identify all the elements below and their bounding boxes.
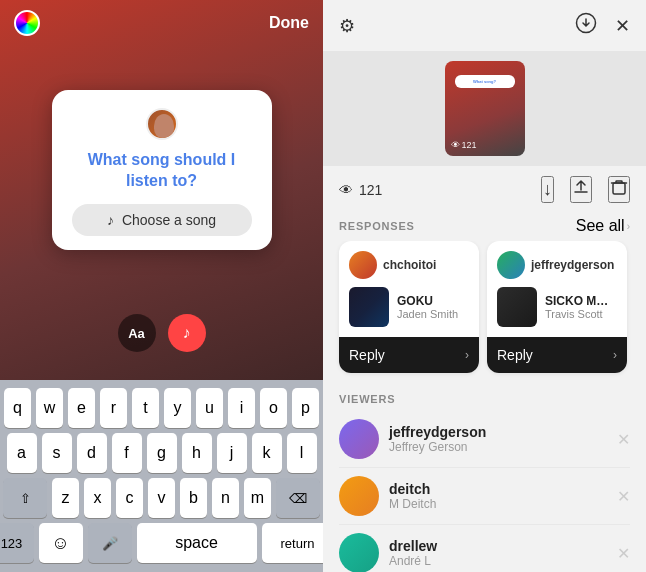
download-button[interactable]: ↓	[541, 176, 554, 203]
close-button[interactable]: ✕	[615, 15, 630, 37]
viewers-section: VIEWERS jeffreydgerson Jeffrey Gerson ✕ …	[323, 385, 646, 572]
reply-chevron-1: ›	[465, 348, 469, 362]
key-n[interactable]: n	[212, 478, 239, 518]
song-thumbnail-1	[349, 287, 389, 327]
music-button[interactable]: ♪	[168, 314, 206, 352]
svg-rect-1	[613, 183, 625, 194]
viewers-title: VIEWERS	[339, 393, 395, 405]
viewers-header: VIEWERS	[323, 385, 646, 411]
viewer-close-3[interactable]: ✕	[617, 544, 630, 563]
key-t[interactable]: t	[132, 388, 159, 428]
song-artist-2: Travis Scott	[545, 308, 617, 320]
key-d[interactable]: d	[77, 433, 107, 473]
avatar	[146, 108, 178, 140]
reply-chevron-2: ›	[613, 348, 617, 362]
left-panel: Done What song should I listen to? ♪ Cho…	[0, 0, 323, 572]
story-header: Done	[0, 10, 323, 36]
key-x[interactable]: x	[84, 478, 111, 518]
key-v[interactable]: v	[148, 478, 175, 518]
numbers-label: 123	[1, 536, 23, 551]
share-button[interactable]	[570, 176, 592, 203]
reply-button-2[interactable]: Reply ›	[487, 337, 627, 373]
key-l[interactable]: l	[287, 433, 317, 473]
thumbnail-card: What song?	[455, 75, 515, 88]
song-title-2: SICKO MODE	[545, 294, 617, 308]
views-count: 👁 121	[339, 182, 382, 198]
eye-icon: 👁	[339, 182, 353, 198]
key-j[interactable]: j	[217, 433, 247, 473]
responses-list: chchoitoi GOKU Jaden Smith Reply ›	[323, 241, 646, 385]
key-shift[interactable]: ⇧	[3, 478, 47, 518]
response-card-1: chchoitoi GOKU Jaden Smith Reply ›	[339, 241, 479, 373]
key-u[interactable]: u	[196, 388, 223, 428]
text-label: Aa	[128, 326, 145, 341]
right-panel: ⚙ ✕ What song? 👁 121	[323, 0, 646, 572]
keyboard-row-3: ⇧ z x c v b n m ⌫	[4, 478, 319, 518]
action-icons: ↓	[541, 176, 630, 203]
keyboard: q w e r t y u i o p a s d f g h j k l ⇧ …	[0, 380, 323, 572]
settings-button[interactable]: ⚙	[339, 15, 355, 37]
response-user-1: chchoitoi	[349, 251, 469, 279]
text-style-button[interactable]: Aa	[118, 314, 156, 352]
song-info-1: GOKU Jaden Smith	[397, 294, 469, 320]
header-action-icons: ✕	[575, 12, 630, 39]
done-button[interactable]: Done	[269, 14, 309, 32]
viewer-avatar-1	[339, 419, 379, 459]
see-all-label: See all	[576, 217, 625, 235]
key-w[interactable]: w	[36, 388, 63, 428]
keyboard-row-1: q w e r t y u i o p	[4, 388, 319, 428]
key-r[interactable]: r	[100, 388, 127, 428]
question-text: What song should I listen to?	[72, 150, 252, 192]
key-space[interactable]: space	[137, 523, 257, 563]
story-question-card: What song should I listen to? ♪ Choose a…	[52, 90, 272, 250]
key-e[interactable]: e	[68, 388, 95, 428]
song-artist-1: Jaden Smith	[397, 308, 469, 320]
song-info-2: SICKO MODE Travis Scott	[545, 294, 617, 320]
color-wheel-icon[interactable]	[14, 10, 40, 36]
space-label: space	[175, 534, 218, 552]
trash-button[interactable]	[608, 176, 630, 203]
download-circle-button[interactable]	[575, 12, 597, 39]
viewer-close-2[interactable]: ✕	[617, 487, 630, 506]
key-a[interactable]: a	[7, 433, 37, 473]
responses-title: RESPONSES	[339, 220, 415, 232]
key-mic[interactable]: 🎤	[88, 523, 132, 563]
response-song-2: SICKO MODE Travis Scott	[497, 287, 617, 327]
key-delete[interactable]: ⌫	[276, 478, 320, 518]
key-h[interactable]: h	[182, 433, 212, 473]
key-i[interactable]: i	[228, 388, 255, 428]
reply-label-2: Reply	[497, 347, 533, 363]
key-c[interactable]: c	[116, 478, 143, 518]
viewer-info-3: drellew André L	[389, 538, 437, 568]
key-s[interactable]: s	[42, 433, 72, 473]
see-all-button[interactable]: See all ›	[576, 217, 630, 235]
key-o[interactable]: o	[260, 388, 287, 428]
viewer-close-1[interactable]: ✕	[617, 430, 630, 449]
key-f[interactable]: f	[112, 433, 142, 473]
key-b[interactable]: b	[180, 478, 207, 518]
viewer-handle-1: Jeffrey Gerson	[389, 440, 486, 454]
viewer-handle-2: M Deitch	[389, 497, 436, 511]
choose-song-button[interactable]: ♪ Choose a song	[72, 204, 252, 236]
key-z[interactable]: z	[52, 478, 79, 518]
choose-song-label: Choose a song	[122, 212, 216, 228]
viewer-item-2: deitch M Deitch ✕	[323, 468, 646, 524]
close-icon: ✕	[615, 16, 630, 36]
response-user-2: jeffreydgerson	[497, 251, 617, 279]
key-p[interactable]: p	[292, 388, 319, 428]
story-thumbnail-area: What song? 👁 121	[323, 51, 646, 166]
viewer-username-2: deitch	[389, 481, 436, 497]
reply-button-1[interactable]: Reply ›	[339, 337, 479, 373]
viewer-avatar-2	[339, 476, 379, 516]
viewer-avatar-3	[339, 533, 379, 572]
key-emoji[interactable]: ☺	[39, 523, 83, 563]
key-numbers[interactable]: 123	[0, 523, 34, 563]
keyboard-row-2: a s d f g h j k l	[4, 433, 319, 473]
key-g[interactable]: g	[147, 433, 177, 473]
key-return[interactable]: return	[262, 523, 324, 563]
key-y[interactable]: y	[164, 388, 191, 428]
key-k[interactable]: k	[252, 433, 282, 473]
key-q[interactable]: q	[4, 388, 31, 428]
song-thumbnail-2	[497, 287, 537, 327]
key-m[interactable]: m	[244, 478, 271, 518]
